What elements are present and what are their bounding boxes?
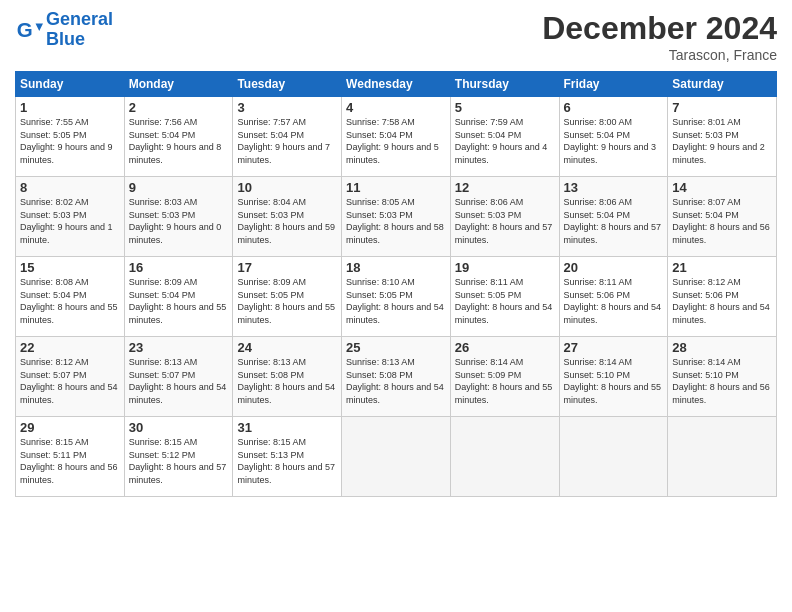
logo-text: General xyxy=(46,10,113,30)
day-number: 22 xyxy=(20,340,120,355)
day-number: 2 xyxy=(129,100,229,115)
day-info: Sunrise: 8:15 AMSunset: 5:12 PMDaylight:… xyxy=(129,437,227,485)
day-cell xyxy=(450,417,559,497)
day-cell: 4 Sunrise: 7:58 AMSunset: 5:04 PMDayligh… xyxy=(342,97,451,177)
day-info: Sunrise: 8:05 AMSunset: 5:03 PMDaylight:… xyxy=(346,197,444,245)
day-number: 20 xyxy=(564,260,664,275)
logo-text2: Blue xyxy=(46,30,113,50)
day-info: Sunrise: 8:13 AMSunset: 5:08 PMDaylight:… xyxy=(237,357,335,405)
day-number: 10 xyxy=(237,180,337,195)
day-number: 4 xyxy=(346,100,446,115)
calendar-header: G General Blue December 2024 Tarascon, F… xyxy=(15,10,777,63)
day-number: 1 xyxy=(20,100,120,115)
day-number: 5 xyxy=(455,100,555,115)
week-row-1: 1 Sunrise: 7:55 AMSunset: 5:05 PMDayligh… xyxy=(16,97,777,177)
day-info: Sunrise: 7:58 AMSunset: 5:04 PMDaylight:… xyxy=(346,117,439,165)
day-cell: 29 Sunrise: 8:15 AMSunset: 5:11 PMDaylig… xyxy=(16,417,125,497)
day-number: 7 xyxy=(672,100,772,115)
day-info: Sunrise: 8:14 AMSunset: 5:09 PMDaylight:… xyxy=(455,357,553,405)
day-info: Sunrise: 8:15 AMSunset: 5:11 PMDaylight:… xyxy=(20,437,118,485)
day-info: Sunrise: 8:06 AMSunset: 5:03 PMDaylight:… xyxy=(455,197,553,245)
day-cell: 28 Sunrise: 8:14 AMSunset: 5:10 PMDaylig… xyxy=(668,337,777,417)
logo: G General Blue xyxy=(15,10,113,50)
week-row-2: 8 Sunrise: 8:02 AMSunset: 5:03 PMDayligh… xyxy=(16,177,777,257)
day-info: Sunrise: 8:09 AMSunset: 5:05 PMDaylight:… xyxy=(237,277,335,325)
header-monday: Monday xyxy=(124,72,233,97)
day-info: Sunrise: 8:08 AMSunset: 5:04 PMDaylight:… xyxy=(20,277,118,325)
day-number: 3 xyxy=(237,100,337,115)
day-number: 18 xyxy=(346,260,446,275)
svg-marker-1 xyxy=(36,23,43,30)
day-cell: 7 Sunrise: 8:01 AMSunset: 5:03 PMDayligh… xyxy=(668,97,777,177)
day-number: 16 xyxy=(129,260,229,275)
day-cell: 14 Sunrise: 8:07 AMSunset: 5:04 PMDaylig… xyxy=(668,177,777,257)
day-info: Sunrise: 7:57 AMSunset: 5:04 PMDaylight:… xyxy=(237,117,330,165)
day-cell: 5 Sunrise: 7:59 AMSunset: 5:04 PMDayligh… xyxy=(450,97,559,177)
day-info: Sunrise: 8:14 AMSunset: 5:10 PMDaylight:… xyxy=(564,357,662,405)
day-cell: 2 Sunrise: 7:56 AMSunset: 5:04 PMDayligh… xyxy=(124,97,233,177)
day-cell: 26 Sunrise: 8:14 AMSunset: 5:09 PMDaylig… xyxy=(450,337,559,417)
day-cell: 30 Sunrise: 8:15 AMSunset: 5:12 PMDaylig… xyxy=(124,417,233,497)
day-cell: 17 Sunrise: 8:09 AMSunset: 5:05 PMDaylig… xyxy=(233,257,342,337)
day-info: Sunrise: 8:04 AMSunset: 5:03 PMDaylight:… xyxy=(237,197,335,245)
day-info: Sunrise: 8:09 AMSunset: 5:04 PMDaylight:… xyxy=(129,277,227,325)
svg-text:G: G xyxy=(17,17,33,40)
day-number: 13 xyxy=(564,180,664,195)
day-cell: 31 Sunrise: 8:15 AMSunset: 5:13 PMDaylig… xyxy=(233,417,342,497)
day-info: Sunrise: 8:13 AMSunset: 5:08 PMDaylight:… xyxy=(346,357,444,405)
day-cell: 10 Sunrise: 8:04 AMSunset: 5:03 PMDaylig… xyxy=(233,177,342,257)
day-info: Sunrise: 8:11 AMSunset: 5:05 PMDaylight:… xyxy=(455,277,553,325)
day-info: Sunrise: 8:12 AMSunset: 5:07 PMDaylight:… xyxy=(20,357,118,405)
day-cell: 27 Sunrise: 8:14 AMSunset: 5:10 PMDaylig… xyxy=(559,337,668,417)
day-info: Sunrise: 8:06 AMSunset: 5:04 PMDaylight:… xyxy=(564,197,662,245)
day-info: Sunrise: 8:12 AMSunset: 5:06 PMDaylight:… xyxy=(672,277,770,325)
day-info: Sunrise: 8:14 AMSunset: 5:10 PMDaylight:… xyxy=(672,357,770,405)
day-info: Sunrise: 8:15 AMSunset: 5:13 PMDaylight:… xyxy=(237,437,335,485)
day-number: 31 xyxy=(237,420,337,435)
day-cell: 19 Sunrise: 8:11 AMSunset: 5:05 PMDaylig… xyxy=(450,257,559,337)
day-number: 17 xyxy=(237,260,337,275)
header-saturday: Saturday xyxy=(668,72,777,97)
header-tuesday: Tuesday xyxy=(233,72,342,97)
calendar-container: G General Blue December 2024 Tarascon, F… xyxy=(0,0,792,507)
day-info: Sunrise: 8:11 AMSunset: 5:06 PMDaylight:… xyxy=(564,277,662,325)
day-info: Sunrise: 8:07 AMSunset: 5:04 PMDaylight:… xyxy=(672,197,770,245)
day-number: 15 xyxy=(20,260,120,275)
day-cell: 11 Sunrise: 8:05 AMSunset: 5:03 PMDaylig… xyxy=(342,177,451,257)
day-cell: 1 Sunrise: 7:55 AMSunset: 5:05 PMDayligh… xyxy=(16,97,125,177)
day-number: 21 xyxy=(672,260,772,275)
day-number: 19 xyxy=(455,260,555,275)
day-number: 27 xyxy=(564,340,664,355)
day-number: 24 xyxy=(237,340,337,355)
header-sunday: Sunday xyxy=(16,72,125,97)
day-cell: 15 Sunrise: 8:08 AMSunset: 5:04 PMDaylig… xyxy=(16,257,125,337)
day-info: Sunrise: 8:01 AMSunset: 5:03 PMDaylight:… xyxy=(672,117,765,165)
day-cell: 23 Sunrise: 8:13 AMSunset: 5:07 PMDaylig… xyxy=(124,337,233,417)
week-row-4: 22 Sunrise: 8:12 AMSunset: 5:07 PMDaylig… xyxy=(16,337,777,417)
header-wednesday: Wednesday xyxy=(342,72,451,97)
day-cell: 3 Sunrise: 7:57 AMSunset: 5:04 PMDayligh… xyxy=(233,97,342,177)
day-info: Sunrise: 7:59 AMSunset: 5:04 PMDaylight:… xyxy=(455,117,548,165)
day-info: Sunrise: 8:00 AMSunset: 5:04 PMDaylight:… xyxy=(564,117,657,165)
day-cell: 12 Sunrise: 8:06 AMSunset: 5:03 PMDaylig… xyxy=(450,177,559,257)
day-number: 25 xyxy=(346,340,446,355)
month-title: December 2024 xyxy=(542,10,777,47)
day-number: 8 xyxy=(20,180,120,195)
day-cell: 24 Sunrise: 8:13 AMSunset: 5:08 PMDaylig… xyxy=(233,337,342,417)
day-info: Sunrise: 7:55 AMSunset: 5:05 PMDaylight:… xyxy=(20,117,113,165)
day-cell: 20 Sunrise: 8:11 AMSunset: 5:06 PMDaylig… xyxy=(559,257,668,337)
title-area: December 2024 Tarascon, France xyxy=(542,10,777,63)
day-info: Sunrise: 8:03 AMSunset: 5:03 PMDaylight:… xyxy=(129,197,222,245)
day-cell: 18 Sunrise: 8:10 AMSunset: 5:05 PMDaylig… xyxy=(342,257,451,337)
day-number: 11 xyxy=(346,180,446,195)
day-cell: 21 Sunrise: 8:12 AMSunset: 5:06 PMDaylig… xyxy=(668,257,777,337)
day-number: 9 xyxy=(129,180,229,195)
day-number: 29 xyxy=(20,420,120,435)
day-number: 30 xyxy=(129,420,229,435)
day-number: 14 xyxy=(672,180,772,195)
header-thursday: Thursday xyxy=(450,72,559,97)
day-info: Sunrise: 8:02 AMSunset: 5:03 PMDaylight:… xyxy=(20,197,113,245)
day-number: 23 xyxy=(129,340,229,355)
day-cell: 13 Sunrise: 8:06 AMSunset: 5:04 PMDaylig… xyxy=(559,177,668,257)
day-info: Sunrise: 8:13 AMSunset: 5:07 PMDaylight:… xyxy=(129,357,227,405)
